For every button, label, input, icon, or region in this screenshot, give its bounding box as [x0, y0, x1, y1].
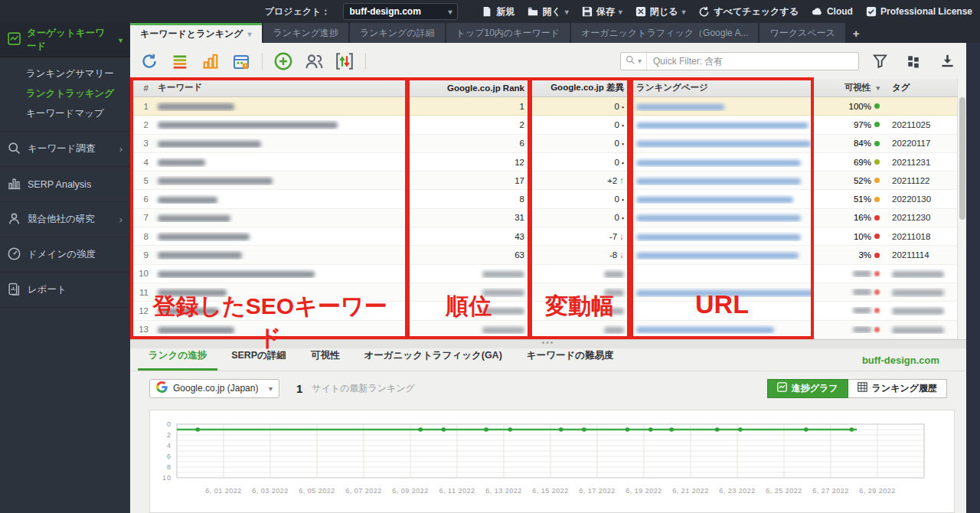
col-header-tag[interactable]: タグ [886, 82, 957, 93]
table-scrollbar[interactable] [957, 79, 966, 339]
table-row-2[interactable]: 220▪97%20211025 [132, 116, 957, 134]
svg-text:4: 4 [167, 442, 172, 449]
table-row-8[interactable]: 843-7↓10%20211018 [132, 227, 957, 246]
rank-cell: 8 [408, 194, 531, 204]
col-header-rank[interactable]: Google.co.jp Rank [408, 83, 531, 93]
chart-canvas: 02468106, 01 20226, 03 20226, 05 20226, … [150, 410, 954, 512]
detail-tab-3[interactable]: 可視性 [300, 345, 351, 371]
visibility-cell: 10% [813, 232, 886, 241]
visibility-value: 69% [854, 158, 871, 167]
col-header-num[interactable]: # [132, 83, 152, 93]
detail-tab-2[interactable]: SERPの詳細 [220, 345, 297, 371]
tag-cell: 20211122 [886, 176, 957, 185]
refresh-icon[interactable] [139, 51, 159, 71]
table-row-13[interactable]: 13 [132, 321, 957, 339]
visibility-cell [813, 270, 886, 277]
svg-text:6, 07 2022: 6, 07 2022 [345, 487, 382, 495]
table-row-10[interactable]: 10 [132, 265, 957, 283]
blurred-text [158, 308, 219, 315]
col-header-visibility[interactable]: 可視性 ▾ [813, 82, 886, 93]
search-engine-select[interactable]: Google.co.jp (Japan) ▾ [149, 379, 279, 398]
keyword-cell [152, 139, 408, 148]
people-icon[interactable] [304, 51, 324, 71]
sidebar-subitem-1[interactable]: ランキングサマリー [0, 64, 130, 83]
engine-row: Google.co.jp (Japan) ▾ 1 サイトの最新ランキング 進捗グ… [130, 371, 966, 405]
table-row-1[interactable]: 110▪100% [132, 97, 957, 116]
keyword-cell [152, 213, 408, 222]
table-row-7[interactable]: 7310▪16%20211230 [132, 209, 957, 227]
topbar-button-2[interactable]: 開く▾ [528, 5, 568, 18]
add-tab-button[interactable]: + [847, 23, 866, 43]
tab-1[interactable]: キーワードとランキング▾ [130, 23, 262, 43]
topbar-button-7[interactable]: Professional License [866, 6, 972, 17]
quick-filter-input[interactable] [647, 56, 858, 67]
col-header-keyword[interactable]: キーワード [152, 82, 408, 93]
plus-circle-icon[interactable] [273, 51, 293, 71]
table-row-4[interactable]: 4120▪69%20211231 [132, 153, 957, 172]
ranking-page-cell [630, 213, 813, 222]
blurred-text [636, 160, 801, 166]
tag-cell [886, 269, 957, 278]
funnel-icon[interactable] [870, 51, 890, 71]
rank-cell [408, 288, 531, 297]
visibility-dot [874, 308, 880, 313]
ranking-page-cell [630, 120, 813, 129]
sidebar-subitem-2[interactable]: ランクトラッキング [0, 83, 130, 103]
sidebar-subitem-3[interactable]: キーワードマップ [0, 103, 130, 123]
sidebar-item-4[interactable]: ドメインの強度 [0, 237, 130, 273]
tab-3[interactable]: ランキングの詳細 [350, 23, 445, 43]
tab-5[interactable]: オーガニックトラフィック（Google A... [571, 23, 758, 43]
sidebar-item-2[interactable]: SERP Analysis [0, 167, 130, 202]
col-header-page[interactable]: ランキングページ [630, 82, 813, 93]
tab-2[interactable]: ランキング進捗 [263, 23, 348, 43]
diff-cell: 0▪ [531, 158, 630, 167]
grid4-icon[interactable] [903, 51, 923, 71]
quick-filter-scope-button[interactable]: ▾ [621, 53, 647, 70]
table-row-6[interactable]: 680▪51%20220130 [132, 190, 957, 208]
ranking-page-cell [630, 325, 813, 334]
detail-tab-4[interactable]: オーガニックトラフィック(GA) [354, 345, 513, 371]
color-bars-icon[interactable] [170, 51, 190, 71]
topbar-button-3[interactable]: 保存▾ [582, 5, 622, 18]
bar-chart-orange-icon[interactable] [201, 51, 220, 71]
table-row-5[interactable]: 517+2↑52%20211122 [132, 172, 957, 190]
latest-rank-label: サイトの最新ランキング [312, 382, 415, 395]
blurred-text [482, 271, 524, 278]
calendar-bell-icon[interactable] [231, 51, 251, 71]
progress-graph-button[interactable]: 進捗グラフ [767, 379, 848, 398]
download-icon[interactable] [937, 51, 957, 71]
topbar-button-1[interactable]: 新規 [482, 5, 514, 18]
sidebar-item-5[interactable]: レポート [0, 273, 130, 308]
topbar-button-6[interactable]: Cloud [812, 6, 853, 18]
rank-cell: 1 [408, 102, 531, 111]
col-header-diff[interactable]: Google.co.jp 差異 [531, 82, 630, 93]
blurred-text [604, 289, 624, 296]
ranking-history-button[interactable]: ランキング履歴 [848, 379, 947, 398]
tab-6[interactable]: ワークスペース [760, 23, 844, 43]
chevron-down-icon: ▾ [269, 384, 273, 393]
sidebar-item-target-keywords[interactable]: ターゲットキーワード ▾ [0, 23, 130, 57]
detail-tab-5[interactable]: キーワードの難易度 [516, 345, 625, 371]
table-scrollbar-thumb[interactable] [959, 97, 965, 220]
sidebar-item-3[interactable]: 競合他社の研究› [0, 202, 130, 237]
import-export-icon[interactable] [335, 51, 354, 71]
row-number: 12 [132, 306, 152, 315]
svg-text:6, 13 2022: 6, 13 2022 [485, 487, 522, 495]
detail-tab-1[interactable]: ランクの進捗 [138, 345, 217, 371]
blurred-text [892, 271, 944, 278]
topbar-button-label: 閉じる [650, 5, 678, 18]
project-select[interactable]: buff-design.com ▾ [343, 3, 458, 20]
keyword-cell [152, 325, 408, 334]
topbar-button-5[interactable]: すべてチェックする [698, 5, 799, 18]
person-icon [8, 212, 21, 227]
tab-4[interactable]: トップ10内のキーワード [446, 23, 570, 43]
table-row-3[interactable]: 360▪84%20220117 [132, 135, 957, 153]
sidebar-item-1[interactable]: キーワード調査› [0, 132, 130, 167]
topbar-button-4[interactable]: 閉じる▾ [635, 5, 686, 18]
blurred-text [158, 103, 234, 110]
table-row-11[interactable]: 11 [132, 283, 957, 302]
svg-text:6, 05 2022: 6, 05 2022 [299, 487, 335, 495]
table-row-9[interactable]: 963-8↓3%20211114 [132, 246, 957, 264]
keyword-cell [152, 158, 408, 167]
table-row-12[interactable]: 12 [132, 302, 957, 320]
